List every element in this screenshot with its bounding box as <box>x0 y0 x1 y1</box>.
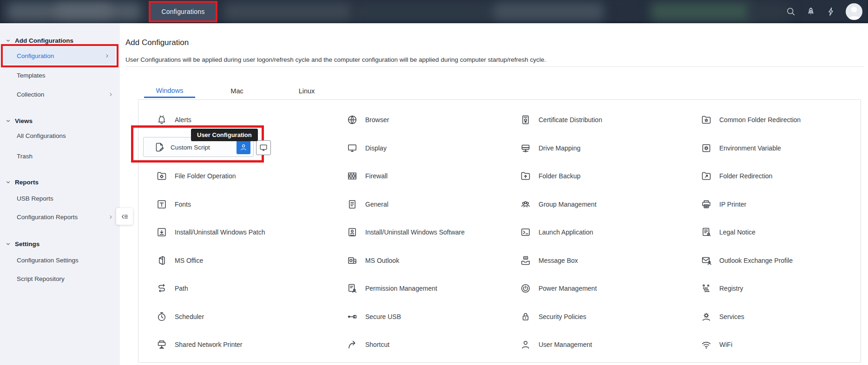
config-item-install-uninstall-windows-patch[interactable]: Install/Uninstall Windows Patch <box>156 218 265 247</box>
config-item-power-management[interactable]: Power Management <box>520 274 602 303</box>
tab-linux[interactable]: Linux <box>288 84 325 98</box>
sidebar-section-add-configurations[interactable]: Add Configurations <box>0 35 73 46</box>
terminal-icon <box>520 227 531 238</box>
sidebar-item-collection[interactable]: Collection <box>0 89 120 99</box>
lock-icon <box>520 311 531 322</box>
sidebar-collapse-toggle[interactable] <box>116 208 133 225</box>
user-configuration-button[interactable] <box>237 140 250 154</box>
outlook-icon <box>347 255 358 266</box>
sidebar-item-usb-reports[interactable]: USB Reports <box>0 193 120 203</box>
config-item-secure-usb[interactable]: Secure USB <box>347 303 465 331</box>
config-item-firewall[interactable]: Firewall <box>347 162 465 190</box>
config-item-environment-variable[interactable]: Environment Variable <box>701 134 801 163</box>
config-item-message-box[interactable]: Message Box <box>520 247 602 275</box>
config-item-legal-notice[interactable]: Legal Notice <box>701 218 801 247</box>
config-item-fonts[interactable]: Fonts <box>156 190 265 219</box>
firewall-icon <box>347 170 358 182</box>
config-item-launch-application[interactable]: Launch Application <box>520 218 602 247</box>
config-item-file-folder-operation[interactable]: File Folder Operation <box>156 162 265 190</box>
config-item-label: Environment Variable <box>719 144 781 152</box>
config-item-label: Power Management <box>539 285 597 292</box>
globe-icon <box>347 114 358 125</box>
config-item-certificate-distribution[interactable]: Certificate Distribution <box>520 106 602 134</box>
tab-mac[interactable]: Mac <box>218 84 256 98</box>
config-item-folder-redirection[interactable]: Folder Redirection <box>701 162 801 190</box>
topbar-tab-configurations[interactable]: Configurations <box>151 3 216 20</box>
config-item-permission-management[interactable]: Permission Management <box>347 274 465 303</box>
sidebar-item-trash[interactable]: Trash <box>0 151 120 161</box>
sidebar-item-templates[interactable]: Templates <box>0 70 120 80</box>
topbar-tab-label: Configurations <box>161 8 204 15</box>
config-item-group-management[interactable]: Group Management <box>520 190 602 219</box>
config-item-shortcut[interactable]: Shortcut <box>347 331 465 359</box>
computer-configuration-button[interactable] <box>256 140 271 155</box>
tab-label: Mac <box>230 87 243 95</box>
chevron-right-icon <box>105 53 110 59</box>
config-item-label: Common Folder Redirection <box>719 116 801 124</box>
sidebar-item-all-configurations[interactable]: All Configurations <box>0 130 120 141</box>
config-item-ms-office[interactable]: MS Office <box>156 247 265 275</box>
software-icon <box>347 227 358 238</box>
bell-icon <box>156 114 167 125</box>
sidebar-item-configuration[interactable]: Configuration <box>0 51 120 61</box>
config-item-label: Display <box>365 144 387 152</box>
page: Configurations Add Configurations Config… <box>0 0 868 365</box>
config-item-label: General <box>365 201 388 208</box>
sidebar-section-reports[interactable]: Reports <box>0 177 39 187</box>
page-title: Add Configuration <box>125 38 189 47</box>
folder-gear-icon <box>156 170 167 182</box>
display-icon <box>347 143 358 154</box>
config-item-folder-backup[interactable]: Folder Backup <box>520 162 602 190</box>
config-item-label: MS Office <box>175 257 203 264</box>
config-item-path[interactable]: Path <box>156 274 265 303</box>
chevron-right-icon <box>108 92 113 97</box>
flash-icon[interactable] <box>826 7 836 17</box>
launcher-icon[interactable] <box>806 7 816 17</box>
sidebar-section-label: Reports <box>15 179 39 186</box>
folder-star-icon <box>701 114 712 125</box>
sidebar-item-script-repository[interactable]: Script Repository <box>0 274 120 284</box>
config-item-outlook-exchange-profile[interactable]: Outlook Exchange Profile <box>701 247 801 275</box>
config-item-services[interactable]: Services <box>701 303 801 331</box>
drive-icon <box>520 143 531 154</box>
config-item-registry[interactable]: Registry <box>701 274 801 303</box>
config-item-drive-mapping[interactable]: Drive Mapping <box>520 134 602 163</box>
config-item-shared-network-printer[interactable]: Shared Network Printer <box>156 331 265 359</box>
config-item-scheduler[interactable]: Scheduler <box>156 303 265 331</box>
permission-icon <box>347 283 358 294</box>
user-avatar[interactable] <box>846 3 862 20</box>
tab-label: Linux <box>299 87 315 95</box>
config-item-label: Folder Redirection <box>719 172 772 180</box>
collapse-panel-icon <box>120 212 129 221</box>
main-content: Add Configuration User Configurations wi… <box>120 23 868 365</box>
config-item-display[interactable]: Display <box>347 134 465 163</box>
config-item-label: MS Outlook <box>365 257 399 264</box>
config-item-label: Legal Notice <box>719 228 756 236</box>
services-icon <box>701 311 712 322</box>
config-item-ms-outlook[interactable]: MS Outlook <box>347 247 465 275</box>
sidebar-section-views[interactable]: Views <box>0 116 33 126</box>
config-item-general[interactable]: General <box>347 190 465 219</box>
scheduler-icon <box>156 311 167 322</box>
search-icon[interactable] <box>786 7 796 17</box>
config-item-install-uninstall-windows-software[interactable]: Install/Uninstall Windows Software <box>347 218 465 247</box>
sidebar-item-configuration-settings[interactable]: Configuration Settings <box>0 255 120 265</box>
tab-windows[interactable]: Windows <box>144 84 195 98</box>
config-item-label: Permission Management <box>365 285 437 292</box>
config-item-ip-printer[interactable]: IP Printer <box>701 190 801 219</box>
config-item-label: IP Printer <box>719 201 746 208</box>
config-item-user-management[interactable]: User Management <box>520 331 602 359</box>
legal-icon <box>701 227 712 238</box>
config-item-label: Install/Uninstall Windows Software <box>365 228 465 236</box>
config-item-label: File Folder Operation <box>175 172 236 180</box>
topbar-actions <box>786 0 862 23</box>
config-item-wifi[interactable]: WiFi <box>701 331 801 359</box>
config-item-label: Message Box <box>539 257 578 264</box>
config-item-common-folder-redirection[interactable]: Common Folder Redirection <box>701 106 801 134</box>
config-item-security-policies[interactable]: Security Policies <box>520 303 602 331</box>
sidebar-item-configuration-reports[interactable]: Configuration Reports <box>0 212 120 222</box>
config-item-browser[interactable]: Browser <box>347 106 465 134</box>
monitor-icon <box>259 143 268 152</box>
registry-icon <box>701 283 712 294</box>
sidebar-section-settings[interactable]: Settings <box>0 239 39 249</box>
